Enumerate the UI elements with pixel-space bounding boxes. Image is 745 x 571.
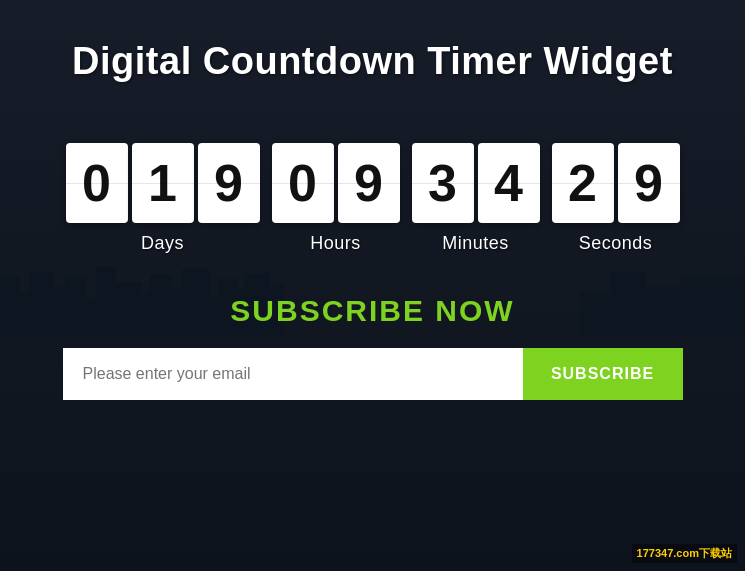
seconds-digit-0: 2 [552,143,614,223]
hours-group: 0 9 Hours [272,143,400,254]
days-group: 0 1 9 Days [66,143,260,254]
days-digits: 0 1 9 [66,143,260,223]
minutes-digit-0: 3 [412,143,474,223]
separator-1 [260,143,272,171]
separator-2 [400,143,412,171]
email-input[interactable] [63,348,523,400]
minutes-digit-1: 4 [478,143,540,223]
seconds-group: 2 9 Seconds [552,143,680,254]
hours-label: Hours [310,233,361,254]
days-digit-0: 0 [66,143,128,223]
seconds-label: Seconds [579,233,653,254]
days-digit-2: 9 [198,143,260,223]
minutes-group: 3 4 Minutes [412,143,540,254]
days-label: Days [141,233,184,254]
seconds-digits: 2 9 [552,143,680,223]
minutes-digits: 3 4 [412,143,540,223]
watermark: 177347.com下载站 [632,544,737,563]
subscribe-button[interactable]: SUBSCRIBE [523,348,683,400]
seconds-digit-1: 9 [618,143,680,223]
main-content: Digital Countdown Timer Widget 0 1 9 Day… [0,0,745,571]
page-title: Digital Countdown Timer Widget [72,40,673,83]
hours-digit-0: 0 [272,143,334,223]
hours-digits: 0 9 [272,143,400,223]
days-digit-1: 1 [132,143,194,223]
minutes-label: Minutes [442,233,509,254]
hours-digit-1: 9 [338,143,400,223]
subscribe-heading: SUBSCRIBE NOW [230,294,514,328]
separator-3 [540,143,552,171]
subscribe-form: SUBSCRIBE [63,348,683,400]
timer-section: 0 1 9 Days 0 9 Hours 3 4 Minutes [66,143,680,254]
